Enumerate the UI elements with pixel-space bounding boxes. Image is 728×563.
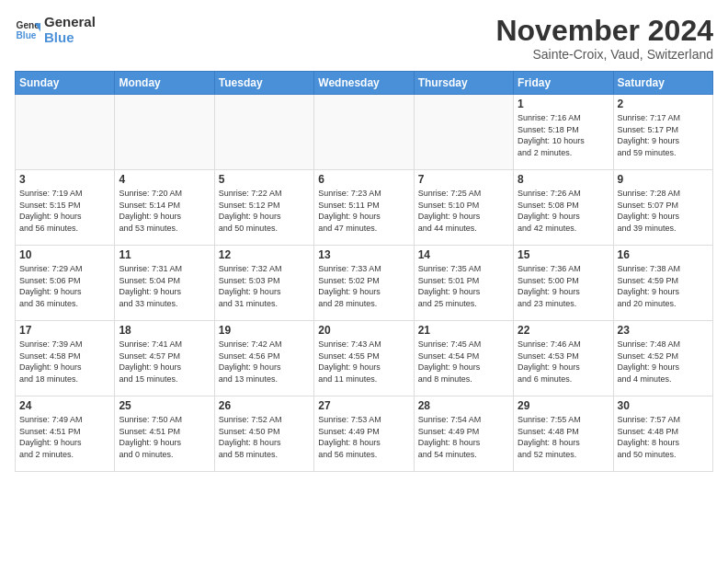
day-number: 13 bbox=[318, 248, 409, 261]
week-row-2: 3Sunrise: 7:19 AM Sunset: 5:15 PM Daylig… bbox=[16, 170, 713, 246]
day-cell: 26Sunrise: 7:52 AM Sunset: 4:50 PM Dayli… bbox=[214, 396, 313, 472]
day-number: 28 bbox=[418, 399, 509, 412]
day-number: 2 bbox=[618, 98, 709, 110]
day-cell: 23Sunrise: 7:48 AM Sunset: 4:52 PM Dayli… bbox=[613, 321, 712, 396]
day-cell: 1Sunrise: 7:16 AM Sunset: 5:18 PM Daylig… bbox=[514, 95, 613, 170]
day-number: 8 bbox=[518, 173, 609, 186]
col-header-friday: Friday bbox=[514, 72, 613, 95]
day-info: Sunrise: 7:28 AM Sunset: 5:07 PM Dayligh… bbox=[618, 188, 709, 234]
day-number: 23 bbox=[618, 324, 709, 337]
day-cell bbox=[115, 95, 214, 170]
day-cell: 2Sunrise: 7:17 AM Sunset: 5:17 PM Daylig… bbox=[613, 95, 712, 170]
svg-text:Blue: Blue bbox=[17, 30, 37, 40]
day-cell: 18Sunrise: 7:41 AM Sunset: 4:57 PM Dayli… bbox=[115, 321, 214, 396]
day-info: Sunrise: 7:33 AM Sunset: 5:02 PM Dayligh… bbox=[318, 263, 409, 309]
day-info: Sunrise: 7:54 AM Sunset: 4:49 PM Dayligh… bbox=[418, 414, 509, 460]
day-info: Sunrise: 7:38 AM Sunset: 4:59 PM Dayligh… bbox=[618, 263, 709, 309]
day-info: Sunrise: 7:16 AM Sunset: 5:18 PM Dayligh… bbox=[518, 112, 609, 158]
day-number: 30 bbox=[618, 399, 709, 412]
day-info: Sunrise: 7:20 AM Sunset: 5:14 PM Dayligh… bbox=[119, 188, 210, 234]
day-cell: 20Sunrise: 7:43 AM Sunset: 4:55 PM Dayli… bbox=[314, 321, 414, 396]
day-number: 7 bbox=[418, 173, 509, 186]
day-number: 25 bbox=[119, 399, 210, 412]
week-row-3: 10Sunrise: 7:29 AM Sunset: 5:06 PM Dayli… bbox=[16, 246, 713, 321]
day-number: 15 bbox=[518, 248, 609, 261]
day-number: 20 bbox=[318, 324, 409, 337]
day-cell bbox=[16, 95, 115, 170]
day-number: 1 bbox=[518, 98, 609, 110]
day-number: 26 bbox=[219, 399, 310, 412]
week-row-4: 17Sunrise: 7:39 AM Sunset: 4:58 PM Dayli… bbox=[16, 321, 713, 396]
page: General Blue General Blue November 2024 … bbox=[0, 0, 728, 563]
day-cell: 12Sunrise: 7:32 AM Sunset: 5:03 PM Dayli… bbox=[214, 246, 313, 321]
month-title: November 2024 bbox=[495, 15, 713, 47]
col-header-sunday: Sunday bbox=[16, 72, 115, 95]
day-cell bbox=[214, 95, 313, 170]
day-cell: 30Sunrise: 7:57 AM Sunset: 4:48 PM Dayli… bbox=[613, 396, 712, 472]
day-number: 22 bbox=[518, 324, 609, 337]
day-cell: 24Sunrise: 7:49 AM Sunset: 4:51 PM Dayli… bbox=[16, 396, 115, 472]
day-cell: 9Sunrise: 7:28 AM Sunset: 5:07 PM Daylig… bbox=[613, 170, 712, 246]
day-info: Sunrise: 7:35 AM Sunset: 5:01 PM Dayligh… bbox=[418, 263, 509, 309]
day-number: 12 bbox=[219, 248, 310, 261]
day-cell bbox=[414, 95, 513, 170]
day-number: 29 bbox=[518, 399, 609, 412]
col-header-wednesday: Wednesday bbox=[314, 72, 414, 95]
day-info: Sunrise: 7:17 AM Sunset: 5:17 PM Dayligh… bbox=[618, 112, 709, 158]
title-block: November 2024 Sainte-Croix, Vaud, Switze… bbox=[495, 15, 713, 62]
day-info: Sunrise: 7:50 AM Sunset: 4:51 PM Dayligh… bbox=[119, 414, 210, 460]
header: General Blue General Blue November 2024 … bbox=[15, 15, 713, 62]
location-subtitle: Sainte-Croix, Vaud, Switzerland bbox=[495, 47, 713, 62]
day-number: 16 bbox=[618, 248, 709, 261]
day-number: 21 bbox=[418, 324, 509, 337]
day-info: Sunrise: 7:55 AM Sunset: 4:48 PM Dayligh… bbox=[518, 414, 609, 460]
day-info: Sunrise: 7:29 AM Sunset: 5:06 PM Dayligh… bbox=[19, 263, 110, 309]
day-info: Sunrise: 7:31 AM Sunset: 5:04 PM Dayligh… bbox=[119, 263, 210, 309]
day-cell: 4Sunrise: 7:20 AM Sunset: 5:14 PM Daylig… bbox=[115, 170, 214, 246]
day-cell: 22Sunrise: 7:46 AM Sunset: 4:53 PM Dayli… bbox=[514, 321, 613, 396]
day-info: Sunrise: 7:39 AM Sunset: 4:58 PM Dayligh… bbox=[19, 339, 110, 385]
day-number: 5 bbox=[219, 173, 310, 186]
day-number: 6 bbox=[318, 173, 409, 186]
logo-general: General bbox=[44, 15, 96, 30]
day-info: Sunrise: 7:43 AM Sunset: 4:55 PM Dayligh… bbox=[318, 339, 409, 385]
day-number: 14 bbox=[418, 248, 509, 261]
day-cell: 16Sunrise: 7:38 AM Sunset: 4:59 PM Dayli… bbox=[613, 246, 712, 321]
day-info: Sunrise: 7:46 AM Sunset: 4:53 PM Dayligh… bbox=[518, 339, 609, 385]
day-info: Sunrise: 7:41 AM Sunset: 4:57 PM Dayligh… bbox=[119, 339, 210, 385]
day-number: 9 bbox=[618, 173, 709, 186]
day-cell: 21Sunrise: 7:45 AM Sunset: 4:54 PM Dayli… bbox=[414, 321, 513, 396]
day-cell: 3Sunrise: 7:19 AM Sunset: 5:15 PM Daylig… bbox=[16, 170, 115, 246]
day-number: 4 bbox=[119, 173, 210, 186]
day-info: Sunrise: 7:26 AM Sunset: 5:08 PM Dayligh… bbox=[518, 188, 609, 234]
day-cell: 19Sunrise: 7:42 AM Sunset: 4:56 PM Dayli… bbox=[214, 321, 313, 396]
day-info: Sunrise: 7:23 AM Sunset: 5:11 PM Dayligh… bbox=[318, 188, 409, 234]
day-info: Sunrise: 7:36 AM Sunset: 5:00 PM Dayligh… bbox=[518, 263, 609, 309]
day-info: Sunrise: 7:57 AM Sunset: 4:48 PM Dayligh… bbox=[618, 414, 709, 460]
day-cell: 6Sunrise: 7:23 AM Sunset: 5:11 PM Daylig… bbox=[314, 170, 414, 246]
day-cell: 10Sunrise: 7:29 AM Sunset: 5:06 PM Dayli… bbox=[16, 246, 115, 321]
week-row-5: 24Sunrise: 7:49 AM Sunset: 4:51 PM Dayli… bbox=[16, 396, 713, 472]
day-info: Sunrise: 7:32 AM Sunset: 5:03 PM Dayligh… bbox=[219, 263, 310, 309]
day-info: Sunrise: 7:22 AM Sunset: 5:12 PM Dayligh… bbox=[219, 188, 310, 234]
day-cell: 17Sunrise: 7:39 AM Sunset: 4:58 PM Dayli… bbox=[16, 321, 115, 396]
day-number: 10 bbox=[19, 248, 110, 261]
week-row-1: 1Sunrise: 7:16 AM Sunset: 5:18 PM Daylig… bbox=[16, 95, 713, 170]
day-number: 3 bbox=[19, 173, 110, 186]
day-number: 27 bbox=[318, 399, 409, 412]
day-info: Sunrise: 7:52 AM Sunset: 4:50 PM Dayligh… bbox=[219, 414, 310, 460]
day-cell: 15Sunrise: 7:36 AM Sunset: 5:00 PM Dayli… bbox=[514, 246, 613, 321]
day-info: Sunrise: 7:45 AM Sunset: 4:54 PM Dayligh… bbox=[418, 339, 509, 385]
day-number: 24 bbox=[19, 399, 110, 412]
day-cell: 27Sunrise: 7:53 AM Sunset: 4:49 PM Dayli… bbox=[314, 396, 414, 472]
day-number: 11 bbox=[119, 248, 210, 261]
logo: General Blue General Blue bbox=[15, 15, 96, 45]
col-header-thursday: Thursday bbox=[414, 72, 513, 95]
day-number: 17 bbox=[19, 324, 110, 337]
calendar-header-row: SundayMondayTuesdayWednesdayThursdayFrid… bbox=[16, 72, 713, 95]
day-cell: 25Sunrise: 7:50 AM Sunset: 4:51 PM Dayli… bbox=[115, 396, 214, 472]
day-info: Sunrise: 7:53 AM Sunset: 4:49 PM Dayligh… bbox=[318, 414, 409, 460]
col-header-tuesday: Tuesday bbox=[214, 72, 313, 95]
day-cell: 14Sunrise: 7:35 AM Sunset: 5:01 PM Dayli… bbox=[414, 246, 513, 321]
day-cell: 7Sunrise: 7:25 AM Sunset: 5:10 PM Daylig… bbox=[414, 170, 513, 246]
